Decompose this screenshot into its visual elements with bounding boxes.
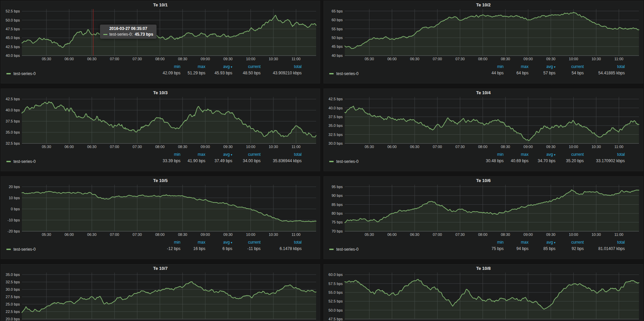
legend-header-label: max bbox=[198, 240, 205, 245]
panel-title[interactable]: Te 10/5 bbox=[1, 177, 320, 185]
time-series-svg: 05:3006:0006:3007:0007:3008:0008:3009:00… bbox=[324, 97, 643, 150]
x-tick-label: 07:30 bbox=[455, 57, 465, 61]
y-tick-label: 57.5 bps bbox=[329, 282, 343, 286]
x-tick-label: 08:00 bbox=[478, 145, 487, 149]
series-color-swatch-icon[interactable] bbox=[6, 161, 11, 162]
panel-title[interactable]: Te 10/3 bbox=[1, 89, 320, 97]
legend-sort-max[interactable]: max bbox=[504, 240, 529, 245]
x-tick-label: 08:00 bbox=[155, 233, 165, 237]
series-color-swatch-icon[interactable] bbox=[329, 249, 334, 250]
series-area-fill bbox=[345, 106, 639, 143]
legend-value-max: 51.29 bps bbox=[180, 71, 205, 75]
y-tick-label: 95 bps bbox=[332, 185, 343, 189]
legend-sort-avg[interactable]: avg▾ bbox=[205, 240, 232, 245]
series-area-fill bbox=[345, 12, 639, 56]
panel-title[interactable]: Te 10/4 bbox=[324, 89, 643, 97]
legend-sort-min[interactable]: min bbox=[154, 240, 180, 245]
panel-title[interactable]: Te 10/7 bbox=[1, 264, 320, 273]
legend-sort-total[interactable]: total bbox=[584, 240, 625, 245]
x-tick-label: 09:00 bbox=[523, 145, 533, 149]
legend-sort-min[interactable]: min bbox=[154, 152, 180, 157]
legend-sort-max[interactable]: max bbox=[180, 240, 205, 245]
x-tick-label: 08:30 bbox=[501, 145, 510, 149]
legend-series-toggle[interactable]: test-series-0 bbox=[6, 159, 36, 164]
panel-title[interactable]: Te 10/8 bbox=[324, 264, 643, 273]
graph-canvas[interactable]: 05:3006:0006:3007:0007:3008:0008:3009:00… bbox=[324, 97, 643, 150]
series-color-swatch-icon[interactable] bbox=[329, 73, 334, 74]
legend-sort-current[interactable]: current bbox=[232, 152, 261, 157]
x-tick-label: 08:00 bbox=[155, 145, 165, 149]
legend-series-name[interactable]: test-series-0 bbox=[13, 159, 36, 164]
panel-te-10-5: Te 10/505:3006:0006:3007:0007:3008:0008:… bbox=[1, 176, 320, 259]
legend-sort-max[interactable]: max bbox=[504, 152, 529, 157]
legend-series-toggle[interactable]: test-series-0 bbox=[6, 247, 36, 252]
legend-sort-current[interactable]: current bbox=[232, 64, 261, 69]
x-tick-label: 06:00 bbox=[65, 57, 74, 61]
x-tick-label: 10:00 bbox=[246, 233, 256, 237]
legend-value-avg: 45.93 bps bbox=[205, 71, 232, 75]
x-tick-label: 05:30 bbox=[42, 145, 51, 149]
graph-canvas[interactable]: 05:3006:0006:3007:0007:3008:0008:3009:00… bbox=[1, 9, 320, 62]
legend-header-label: current bbox=[571, 152, 584, 157]
legend-sort-avg[interactable]: avg▾ bbox=[205, 64, 232, 69]
legend-sort-current[interactable]: current bbox=[555, 64, 584, 69]
graph-canvas[interactable]: 05:3006:0006:3007:0007:3008:0008:3009:00… bbox=[1, 185, 320, 238]
legend-stats-table: minmaxavg▾currenttotal33.39 bps41.90 bps… bbox=[154, 152, 302, 163]
legend-sort-current[interactable]: current bbox=[555, 240, 584, 245]
legend-stats-table: minmaxavg▾currenttotal-12 bps16 bps6 bps… bbox=[154, 240, 302, 251]
legend-sort-max[interactable]: max bbox=[180, 152, 205, 157]
legend-header-label: max bbox=[198, 64, 205, 69]
legend-sort-total[interactable]: total bbox=[584, 64, 625, 69]
legend-value-total: 35.836944 kbps bbox=[261, 158, 302, 163]
x-tick-label: 08:30 bbox=[501, 233, 510, 237]
legend-sort-max[interactable]: max bbox=[504, 64, 529, 69]
legend-sort-total[interactable]: total bbox=[261, 240, 302, 245]
legend-sort-min[interactable]: min bbox=[477, 240, 504, 245]
x-tick-label: 08:30 bbox=[178, 57, 188, 61]
legend-series-name[interactable]: test-series-0 bbox=[336, 159, 359, 164]
legend-sort-max[interactable]: max bbox=[180, 64, 205, 69]
graph-canvas[interactable]: 05:3006:0006:3007:0007:3008:0008:3009:00… bbox=[1, 97, 320, 150]
legend-header-label: max bbox=[198, 152, 205, 157]
panel-title[interactable]: Te 10/2 bbox=[324, 1, 643, 9]
legend-sort-avg[interactable]: avg▾ bbox=[205, 152, 232, 157]
legend-sort-avg[interactable]: avg▾ bbox=[529, 152, 555, 157]
x-tick-label: 08:30 bbox=[501, 57, 510, 61]
series-color-swatch-icon[interactable] bbox=[329, 161, 334, 162]
legend-series-name[interactable]: test-series-0 bbox=[336, 71, 359, 76]
panel-title[interactable]: Te 10/1 bbox=[1, 1, 320, 9]
legend-sort-current[interactable]: current bbox=[232, 240, 261, 245]
graph-canvas[interactable]: 05:3006:0006:3007:0007:3008:0008:3009:00… bbox=[324, 185, 643, 238]
graph-canvas[interactable]: 05:3006:0006:3007:0007:3008:0008:3009:00… bbox=[324, 9, 643, 62]
graph-tooltip: 2016-03-27 06:35:07test-series-0:45.73 b… bbox=[100, 25, 157, 39]
legend-series-name[interactable]: test-series-0 bbox=[13, 71, 36, 76]
x-tick-label: 06:30 bbox=[410, 233, 419, 237]
legend-value-avg: 37.49 bps bbox=[205, 158, 232, 163]
x-tick-label: 06:00 bbox=[387, 145, 397, 149]
legend-sort-min[interactable]: min bbox=[477, 152, 504, 157]
legend-sort-total[interactable]: total bbox=[584, 152, 625, 157]
legend-sort-min[interactable]: min bbox=[154, 64, 180, 69]
legend-sort-min[interactable]: min bbox=[477, 64, 504, 69]
legend-sort-total[interactable]: total bbox=[261, 64, 302, 69]
legend-sort-avg[interactable]: avg▾ bbox=[529, 240, 555, 245]
panel-te-10-7: Te 10/735.0 bps32.5 bps30.0 bps27.5 bps2… bbox=[1, 264, 320, 321]
legend-series-toggle[interactable]: test-series-0 bbox=[329, 71, 359, 76]
legend-sort-avg[interactable]: avg▾ bbox=[529, 64, 555, 69]
y-tick-label: 20.0 bps bbox=[6, 317, 20, 321]
legend-series-toggle[interactable]: test-series-0 bbox=[329, 247, 359, 252]
series-color-swatch-icon[interactable] bbox=[6, 73, 11, 74]
series-color-swatch-icon[interactable] bbox=[6, 249, 11, 250]
legend-sort-total[interactable]: total bbox=[261, 152, 302, 157]
legend-stats-table: minmaxavg▾currenttotal75 bps94 bps85 bps… bbox=[477, 240, 625, 251]
graph-canvas[interactable]: 35.0 bps32.5 bps30.0 bps27.5 bps25.0 bps… bbox=[1, 273, 320, 321]
legend-series-name[interactable]: test-series-0 bbox=[13, 247, 36, 252]
legend-series-toggle[interactable]: test-series-0 bbox=[329, 159, 359, 164]
legend-series-name[interactable]: test-series-0 bbox=[336, 247, 359, 252]
legend-value-current: 92 bps bbox=[555, 246, 584, 251]
legend-sort-current[interactable]: current bbox=[555, 152, 584, 157]
graph-canvas[interactable]: 60.0 bps57.5 bps55.0 bps52.5 bps50.0 bps… bbox=[324, 273, 643, 321]
legend-series-toggle[interactable]: test-series-0 bbox=[6, 71, 36, 76]
panel-title[interactable]: Te 10/6 bbox=[324, 177, 643, 185]
legend-value-min: 30.48 bps bbox=[477, 158, 504, 163]
